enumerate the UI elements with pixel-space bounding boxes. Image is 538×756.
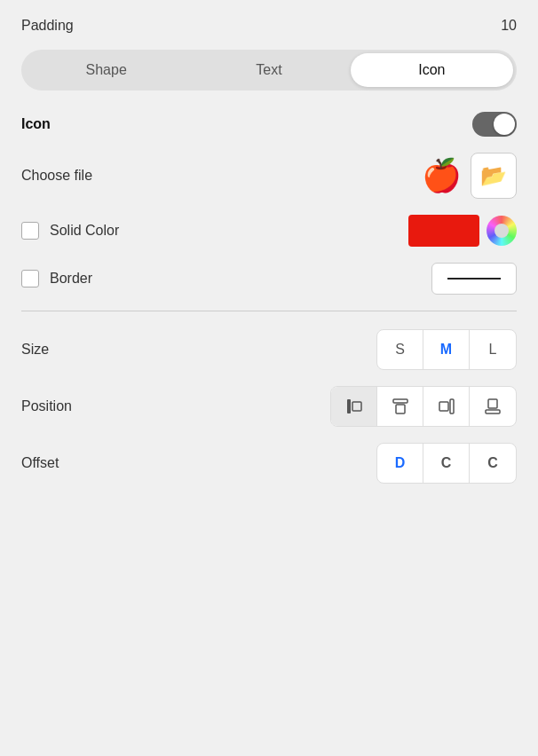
border-line-preview	[447, 278, 501, 280]
choose-file-label: Choose file	[21, 168, 92, 184]
position-btn-bottom[interactable]	[470, 387, 516, 426]
svg-rect-6	[486, 410, 500, 413]
border-left: Border	[21, 270, 92, 287]
position-left-icon	[344, 396, 365, 417]
svg-rect-3	[396, 405, 405, 413]
section-divider	[21, 311, 517, 311]
tab-text[interactable]: Text	[187, 53, 350, 87]
position-right-icon	[436, 396, 457, 417]
offset-btn-d[interactable]: D	[377, 444, 423, 483]
icon-toggle[interactable]	[472, 112, 517, 137]
border-swatch[interactable]	[431, 263, 517, 295]
color-swatch[interactable]	[408, 215, 479, 247]
solid-color-row: Solid Color	[21, 215, 517, 247]
svg-rect-7	[488, 399, 497, 408]
size-label: Size	[21, 342, 49, 358]
size-row: Size S M L	[21, 329, 517, 370]
position-btn-left[interactable]	[331, 387, 377, 426]
svg-rect-1	[352, 402, 361, 411]
file-controls: 🍎 📂	[422, 153, 517, 199]
position-bottom-icon	[482, 396, 503, 417]
icon-label: Icon	[21, 116, 51, 132]
position-btn-top[interactable]	[377, 387, 423, 426]
file-open-button[interactable]: 📂	[471, 153, 517, 199]
size-btn-m[interactable]: M	[423, 330, 470, 369]
svg-rect-0	[347, 399, 351, 413]
border-label: Border	[50, 271, 92, 287]
padding-label: Padding	[21, 18, 74, 34]
offset-button-group: D C C	[376, 443, 517, 484]
toggle-knob	[494, 114, 515, 135]
offset-label: Offset	[21, 455, 59, 471]
solid-color-left: Solid Color	[21, 222, 119, 240]
file-preview-emoji: 🍎	[422, 157, 462, 194]
size-button-group: S M L	[376, 329, 517, 370]
padding-value: 10	[501, 18, 517, 34]
folder-icon: 📂	[480, 163, 507, 188]
position-button-group	[330, 386, 517, 427]
position-btn-right[interactable]	[423, 387, 470, 426]
solid-color-checkbox[interactable]	[21, 222, 39, 240]
solid-color-controls	[408, 215, 517, 247]
choose-file-row: Choose file 🍎 📂	[21, 153, 517, 199]
padding-row: Padding 10	[21, 18, 517, 34]
offset-btn-c1[interactable]: C	[423, 444, 470, 483]
border-checkbox[interactable]	[21, 270, 39, 287]
svg-rect-4	[450, 399, 454, 413]
size-btn-l[interactable]: L	[470, 330, 516, 369]
svg-rect-2	[393, 399, 407, 403]
solid-color-label: Solid Color	[50, 223, 119, 239]
color-wheel-icon[interactable]	[487, 216, 517, 246]
tab-bar: Shape Text Icon	[21, 50, 517, 91]
tab-shape[interactable]: Shape	[25, 53, 187, 87]
position-row: Position	[21, 386, 517, 427]
border-row: Border	[21, 263, 517, 295]
position-top-icon	[390, 396, 411, 417]
offset-row: Offset D C C	[21, 443, 517, 484]
size-btn-s[interactable]: S	[377, 330, 423, 369]
svg-rect-5	[439, 402, 448, 411]
icon-toggle-row: Icon	[21, 112, 517, 137]
offset-btn-c2[interactable]: C	[470, 444, 516, 483]
tab-icon[interactable]: Icon	[351, 53, 513, 87]
position-label: Position	[21, 398, 72, 414]
